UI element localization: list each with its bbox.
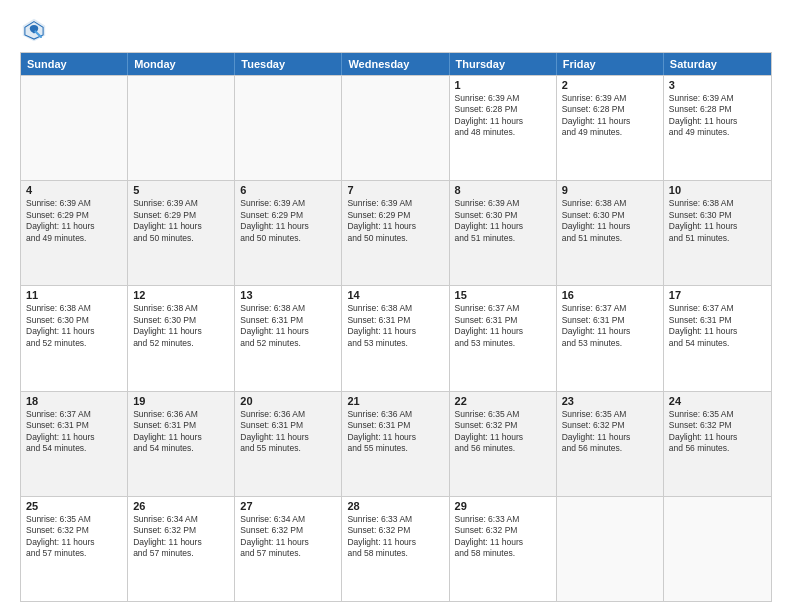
day-info: Sunrise: 6:38 AM Sunset: 6:30 PM Dayligh… — [133, 303, 229, 349]
day-number: 9 — [562, 184, 658, 196]
cal-header-cell: Thursday — [450, 53, 557, 75]
logo — [20, 16, 52, 44]
calendar: SundayMondayTuesdayWednesdayThursdayFrid… — [20, 52, 772, 602]
day-info: Sunrise: 6:35 AM Sunset: 6:32 PM Dayligh… — [562, 409, 658, 455]
day-cell: 21Sunrise: 6:36 AM Sunset: 6:31 PM Dayli… — [342, 392, 449, 496]
cal-header-cell: Sunday — [21, 53, 128, 75]
day-cell: 5Sunrise: 6:39 AM Sunset: 6:29 PM Daylig… — [128, 181, 235, 285]
day-number: 7 — [347, 184, 443, 196]
day-number: 1 — [455, 79, 551, 91]
empty-cell — [664, 497, 771, 601]
day-info: Sunrise: 6:37 AM Sunset: 6:31 PM Dayligh… — [26, 409, 122, 455]
day-info: Sunrise: 6:38 AM Sunset: 6:31 PM Dayligh… — [347, 303, 443, 349]
day-number: 14 — [347, 289, 443, 301]
cal-header-cell: Monday — [128, 53, 235, 75]
day-info: Sunrise: 6:38 AM Sunset: 6:30 PM Dayligh… — [26, 303, 122, 349]
day-number: 18 — [26, 395, 122, 407]
day-cell: 23Sunrise: 6:35 AM Sunset: 6:32 PM Dayli… — [557, 392, 664, 496]
day-info: Sunrise: 6:39 AM Sunset: 6:29 PM Dayligh… — [26, 198, 122, 244]
day-cell: 28Sunrise: 6:33 AM Sunset: 6:32 PM Dayli… — [342, 497, 449, 601]
day-info: Sunrise: 6:35 AM Sunset: 6:32 PM Dayligh… — [26, 514, 122, 560]
day-cell: 18Sunrise: 6:37 AM Sunset: 6:31 PM Dayli… — [21, 392, 128, 496]
day-cell: 7Sunrise: 6:39 AM Sunset: 6:29 PM Daylig… — [342, 181, 449, 285]
day-cell: 17Sunrise: 6:37 AM Sunset: 6:31 PM Dayli… — [664, 286, 771, 390]
day-cell: 14Sunrise: 6:38 AM Sunset: 6:31 PM Dayli… — [342, 286, 449, 390]
day-info: Sunrise: 6:38 AM Sunset: 6:31 PM Dayligh… — [240, 303, 336, 349]
day-info: Sunrise: 6:33 AM Sunset: 6:32 PM Dayligh… — [455, 514, 551, 560]
day-number: 11 — [26, 289, 122, 301]
day-info: Sunrise: 6:36 AM Sunset: 6:31 PM Dayligh… — [240, 409, 336, 455]
day-number: 24 — [669, 395, 766, 407]
day-cell: 4Sunrise: 6:39 AM Sunset: 6:29 PM Daylig… — [21, 181, 128, 285]
calendar-week-row: 18Sunrise: 6:37 AM Sunset: 6:31 PM Dayli… — [21, 391, 771, 496]
calendar-header-row: SundayMondayTuesdayWednesdayThursdayFrid… — [21, 53, 771, 75]
day-number: 15 — [455, 289, 551, 301]
day-info: Sunrise: 6:33 AM Sunset: 6:32 PM Dayligh… — [347, 514, 443, 560]
day-info: Sunrise: 6:34 AM Sunset: 6:32 PM Dayligh… — [133, 514, 229, 560]
day-cell: 8Sunrise: 6:39 AM Sunset: 6:30 PM Daylig… — [450, 181, 557, 285]
day-number: 19 — [133, 395, 229, 407]
day-number: 2 — [562, 79, 658, 91]
empty-cell — [342, 76, 449, 180]
day-info: Sunrise: 6:38 AM Sunset: 6:30 PM Dayligh… — [669, 198, 766, 244]
day-number: 13 — [240, 289, 336, 301]
day-cell: 12Sunrise: 6:38 AM Sunset: 6:30 PM Dayli… — [128, 286, 235, 390]
day-info: Sunrise: 6:35 AM Sunset: 6:32 PM Dayligh… — [455, 409, 551, 455]
day-number: 10 — [669, 184, 766, 196]
day-info: Sunrise: 6:39 AM Sunset: 6:29 PM Dayligh… — [240, 198, 336, 244]
day-number: 6 — [240, 184, 336, 196]
day-cell: 15Sunrise: 6:37 AM Sunset: 6:31 PM Dayli… — [450, 286, 557, 390]
day-cell: 10Sunrise: 6:38 AM Sunset: 6:30 PM Dayli… — [664, 181, 771, 285]
cal-header-cell: Friday — [557, 53, 664, 75]
day-info: Sunrise: 6:37 AM Sunset: 6:31 PM Dayligh… — [455, 303, 551, 349]
day-info: Sunrise: 6:37 AM Sunset: 6:31 PM Dayligh… — [562, 303, 658, 349]
day-info: Sunrise: 6:36 AM Sunset: 6:31 PM Dayligh… — [133, 409, 229, 455]
day-number: 3 — [669, 79, 766, 91]
empty-cell — [235, 76, 342, 180]
calendar-week-row: 1Sunrise: 6:39 AM Sunset: 6:28 PM Daylig… — [21, 75, 771, 180]
day-info: Sunrise: 6:39 AM Sunset: 6:28 PM Dayligh… — [669, 93, 766, 139]
day-cell: 24Sunrise: 6:35 AM Sunset: 6:32 PM Dayli… — [664, 392, 771, 496]
day-number: 28 — [347, 500, 443, 512]
calendar-body: 1Sunrise: 6:39 AM Sunset: 6:28 PM Daylig… — [21, 75, 771, 601]
day-cell: 19Sunrise: 6:36 AM Sunset: 6:31 PM Dayli… — [128, 392, 235, 496]
day-cell: 16Sunrise: 6:37 AM Sunset: 6:31 PM Dayli… — [557, 286, 664, 390]
day-number: 23 — [562, 395, 658, 407]
day-cell: 2Sunrise: 6:39 AM Sunset: 6:28 PM Daylig… — [557, 76, 664, 180]
day-info: Sunrise: 6:39 AM Sunset: 6:28 PM Dayligh… — [455, 93, 551, 139]
day-info: Sunrise: 6:39 AM Sunset: 6:29 PM Dayligh… — [133, 198, 229, 244]
day-number: 12 — [133, 289, 229, 301]
day-cell: 13Sunrise: 6:38 AM Sunset: 6:31 PM Dayli… — [235, 286, 342, 390]
calendar-week-row: 4Sunrise: 6:39 AM Sunset: 6:29 PM Daylig… — [21, 180, 771, 285]
day-number: 26 — [133, 500, 229, 512]
day-cell: 3Sunrise: 6:39 AM Sunset: 6:28 PM Daylig… — [664, 76, 771, 180]
empty-cell — [21, 76, 128, 180]
day-cell: 25Sunrise: 6:35 AM Sunset: 6:32 PM Dayli… — [21, 497, 128, 601]
day-number: 25 — [26, 500, 122, 512]
day-info: Sunrise: 6:39 AM Sunset: 6:29 PM Dayligh… — [347, 198, 443, 244]
day-number: 21 — [347, 395, 443, 407]
cal-header-cell: Saturday — [664, 53, 771, 75]
day-info: Sunrise: 6:38 AM Sunset: 6:30 PM Dayligh… — [562, 198, 658, 244]
calendar-week-row: 11Sunrise: 6:38 AM Sunset: 6:30 PM Dayli… — [21, 285, 771, 390]
day-info: Sunrise: 6:39 AM Sunset: 6:28 PM Dayligh… — [562, 93, 658, 139]
day-number: 8 — [455, 184, 551, 196]
day-number: 5 — [133, 184, 229, 196]
day-cell: 22Sunrise: 6:35 AM Sunset: 6:32 PM Dayli… — [450, 392, 557, 496]
day-info: Sunrise: 6:35 AM Sunset: 6:32 PM Dayligh… — [669, 409, 766, 455]
empty-cell — [557, 497, 664, 601]
day-number: 27 — [240, 500, 336, 512]
day-number: 17 — [669, 289, 766, 301]
day-info: Sunrise: 6:39 AM Sunset: 6:30 PM Dayligh… — [455, 198, 551, 244]
cal-header-cell: Wednesday — [342, 53, 449, 75]
day-cell: 9Sunrise: 6:38 AM Sunset: 6:30 PM Daylig… — [557, 181, 664, 285]
empty-cell — [128, 76, 235, 180]
day-cell: 27Sunrise: 6:34 AM Sunset: 6:32 PM Dayli… — [235, 497, 342, 601]
day-info: Sunrise: 6:36 AM Sunset: 6:31 PM Dayligh… — [347, 409, 443, 455]
header — [20, 16, 772, 44]
day-info: Sunrise: 6:37 AM Sunset: 6:31 PM Dayligh… — [669, 303, 766, 349]
day-cell: 1Sunrise: 6:39 AM Sunset: 6:28 PM Daylig… — [450, 76, 557, 180]
day-cell: 6Sunrise: 6:39 AM Sunset: 6:29 PM Daylig… — [235, 181, 342, 285]
day-cell: 11Sunrise: 6:38 AM Sunset: 6:30 PM Dayli… — [21, 286, 128, 390]
day-number: 4 — [26, 184, 122, 196]
